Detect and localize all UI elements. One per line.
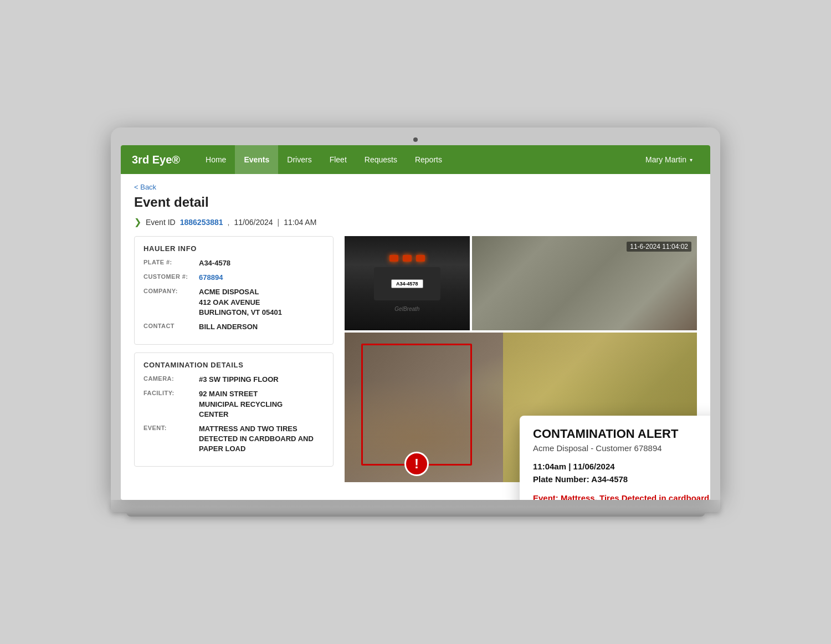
- facility-overview-image[interactable]: 11-6-2024 11:04:02: [472, 236, 697, 330]
- contamination-section: CONTAMINATION DETAILS CAMERA: #3 SW TIPP…: [134, 352, 334, 467]
- contact-value: BILL ANDERSON: [199, 322, 258, 332]
- customer-row: CUSTOMER #: 678894: [143, 273, 324, 283]
- nav-menu: Home Events Drivers Fleet Requests Repor…: [197, 145, 639, 174]
- notification-card: CONTAMINATION ALERT Acme Disposal - Cust…: [520, 416, 710, 500]
- alert-highlight-box: !: [361, 344, 472, 466]
- user-name: Mary Martin: [645, 155, 686, 164]
- event-date-separator: ,: [228, 218, 230, 227]
- plate-label: PLATE #:: [143, 258, 199, 268]
- image-timestamp: 11-6-2024 11:04:02: [627, 242, 691, 252]
- nav-item-requests[interactable]: Requests: [356, 145, 406, 174]
- event-date: 11/06/2024: [234, 218, 273, 227]
- contact-label: CONTACT: [143, 322, 199, 332]
- collapse-icon[interactable]: ❯: [134, 217, 141, 227]
- notif-title: CONTAMINATION ALERT: [533, 427, 710, 441]
- event-id-value[interactable]: 1886253881: [180, 218, 223, 227]
- chevron-down-icon: ▾: [690, 157, 693, 163]
- hauler-info-section: HAULER INFO PLATE #: A34-4578 CUSTOMER #…: [134, 236, 334, 345]
- truck-plate-overlay: A34-4578: [391, 279, 423, 288]
- truck-image[interactable]: A34-4578 GelBreath: [345, 236, 470, 330]
- event-layout: HAULER INFO PLATE #: A34-4578 CUSTOMER #…: [134, 236, 697, 482]
- facility-row: FACILITY: 92 MAIN STREET MUNICIPAL RECYC…: [143, 389, 324, 420]
- laptop-container: 3rd Eye® Home Events Drivers Fleet Reque…: [111, 127, 720, 517]
- alert-exclamation-icon: !: [404, 452, 429, 476]
- nav-item-reports[interactable]: Reports: [406, 145, 451, 174]
- page-content: Back Event detail ❯ Event ID 1886253881 …: [121, 174, 710, 495]
- laptop-base: [111, 500, 720, 512]
- navbar: 3rd Eye® Home Events Drivers Fleet Reque…: [121, 145, 710, 174]
- company-value: ACME DISPOSAL 412 OAK AVENUE BURLINGTON,…: [199, 287, 282, 318]
- back-link[interactable]: Back: [134, 183, 156, 191]
- event-time-separator: |: [278, 218, 280, 227]
- user-menu[interactable]: Mary Martin ▾: [639, 145, 699, 174]
- facility-label: FACILITY:: [143, 389, 199, 420]
- notif-event-text: Event: Mattress, Tires Detected in cardb…: [533, 492, 710, 500]
- event-detail-value: MATTRESS AND TWO TIRES DETECTED IN CARDB…: [199, 424, 324, 454]
- event-id-label: Event ID: [146, 218, 176, 227]
- nav-item-drivers[interactable]: Drivers: [278, 145, 320, 174]
- event-detail-row: EVENT: MATTRESS AND TWO TIRES DETECTED I…: [143, 424, 324, 454]
- company-label: COMPANY:: [143, 287, 199, 318]
- company-row: COMPANY: ACME DISPOSAL 412 OAK AVENUE BU…: [143, 287, 324, 318]
- laptop-foot: [126, 512, 705, 517]
- customer-label: CUSTOMER #:: [143, 273, 199, 283]
- plate-value: A34-4578: [199, 258, 230, 268]
- screen-bezel: 3rd Eye® Home Events Drivers Fleet Reque…: [111, 127, 720, 500]
- camera-value: #3 SW TIPPING FLOOR: [199, 375, 279, 385]
- nav-item-events[interactable]: Events: [235, 145, 278, 174]
- camera-row: CAMERA: #3 SW TIPPING FLOOR: [143, 375, 324, 385]
- event-time: 11:04 AM: [284, 218, 316, 227]
- contamination-section-title: CONTAMINATION DETAILS: [143, 361, 324, 369]
- camera-label: CAMERA:: [143, 375, 199, 385]
- nav-item-fleet[interactable]: Fleet: [321, 145, 356, 174]
- notif-customer: Acme Disposal - Customer 678894: [533, 443, 710, 453]
- customer-value[interactable]: 678894: [199, 273, 223, 283]
- page-title: Event detail: [134, 195, 697, 210]
- brand-logo[interactable]: 3rd Eye®: [132, 154, 180, 166]
- contact-row: CONTACT BILL ANDERSON: [143, 322, 324, 332]
- hauler-section-title: HAULER INFO: [143, 244, 324, 253]
- event-right-panel: A34-4578 GelBreath 11-6-2024 11:04:02: [345, 236, 697, 482]
- laptop-camera: [413, 137, 418, 142]
- facility-value: 92 MAIN STREET MUNICIPAL RECYCLING CENTE…: [199, 389, 283, 420]
- event-id-bar: ❯ Event ID 1886253881 , 11/06/2024 | 11:…: [134, 217, 697, 227]
- laptop-screen: 3rd Eye® Home Events Drivers Fleet Reque…: [121, 145, 710, 500]
- notif-time-date: 11:04am | 11/06/2024 Plate Number: A34-4…: [533, 461, 710, 485]
- truck-brand: GelBreath: [394, 306, 419, 312]
- plate-row: PLATE #: A34-4578: [143, 258, 324, 268]
- nav-item-home[interactable]: Home: [197, 145, 235, 174]
- event-left-panel: HAULER INFO PLATE #: A34-4578 CUSTOMER #…: [134, 236, 334, 482]
- event-detail-label: EVENT:: [143, 424, 199, 454]
